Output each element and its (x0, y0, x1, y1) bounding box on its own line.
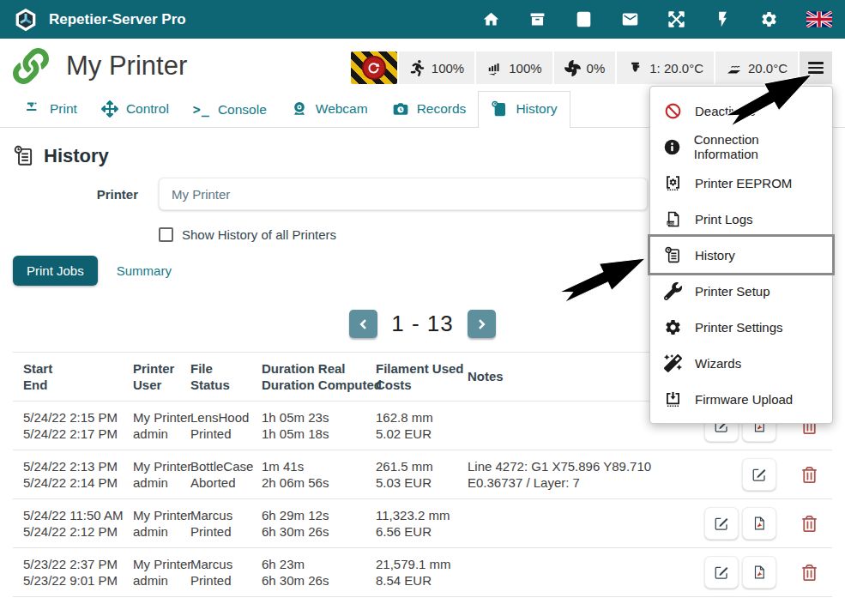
navbar-icons (482, 10, 832, 28)
menu-item-wizards[interactable]: Wizards (650, 345, 832, 381)
magic-wand-icon (664, 354, 682, 372)
bolt-icon[interactable] (714, 10, 732, 28)
info-icon (663, 138, 681, 156)
brand[interactable]: Repetier-Server Pro (13, 7, 186, 33)
edit-note-button[interactable] (704, 556, 739, 589)
flow-value: 100% (509, 61, 541, 75)
edit-icon (714, 565, 729, 580)
gear-icon[interactable] (760, 10, 778, 28)
ban-icon (664, 102, 682, 120)
fan-status[interactable]: 0% (552, 51, 616, 84)
repetier-server-app: Repetier-Server Pro My Printer (0, 0, 845, 616)
tab-history-label: History (516, 101, 557, 117)
pdf-report-button[interactable] (742, 507, 776, 540)
tab-console[interactable]: >_ Console (181, 94, 279, 127)
archive-box-icon[interactable] (528, 10, 546, 28)
extruder-status[interactable]: 1: 20.0°C (615, 51, 714, 84)
edit-icon (751, 467, 767, 482)
uk-flag-icon[interactable] (806, 11, 832, 27)
brand-name: Repetier-Server Pro (49, 11, 186, 28)
printer-select-label: Printer (13, 187, 159, 202)
show-all-printers-checkbox[interactable] (159, 227, 173, 242)
svg-text:LOG: LOG (667, 221, 674, 225)
trash-icon (802, 565, 817, 581)
extruder-icon (627, 60, 643, 76)
history-heading-label: History (44, 145, 109, 167)
tab-webcam[interactable]: Webcam (279, 92, 380, 127)
tab-print[interactable]: Print (13, 92, 89, 127)
delete-entry-button[interactable] (802, 565, 817, 581)
emergency-stop-button[interactable] (351, 51, 397, 84)
bed-value: 20.0°C (748, 61, 788, 75)
delete-entry-button[interactable] (802, 516, 817, 532)
printer-select[interactable]: My Printer (159, 178, 648, 210)
top-navbar: Repetier-Server Pro (0, 0, 845, 39)
console-icon: >_ (193, 102, 210, 118)
log-file-icon: LOG (664, 210, 682, 228)
control-arrows-icon (101, 100, 118, 118)
show-all-printers-label: Show History of all Printers (182, 227, 336, 242)
heated-bed-icon (726, 60, 742, 76)
previous-page-button[interactable] (349, 310, 377, 338)
expand-arrows-icon[interactable] (667, 10, 685, 28)
summary-tab[interactable]: Summary (117, 263, 172, 278)
edit-icon (714, 516, 729, 531)
tablet-icon[interactable] (575, 10, 593, 28)
bed-status[interactable]: 20.0°C (714, 51, 798, 84)
tab-control-label: Control (126, 101, 169, 117)
menu-item-deactivate[interactable]: Deactivate (650, 93, 832, 129)
tab-print-label: Print (50, 101, 77, 117)
table-row: 5/24/22 11:50 AM5/24/22 2:12 PM My Print… (13, 499, 832, 548)
tab-records-label: Records (417, 101, 467, 117)
menu-item-printer-setup[interactable]: Printer Setup (650, 273, 832, 309)
menu-item-history[interactable]: History (650, 237, 832, 273)
tab-history[interactable]: History (478, 91, 570, 128)
menu-item-printer-settings[interactable]: Printer Settings (650, 309, 832, 345)
menu-item-connection-information[interactable]: Connection Information (650, 129, 832, 165)
status-segments: 100% 100% 0% 1: 20.0°C 20.0°C (397, 51, 798, 84)
tab-console-label: Console (218, 102, 267, 118)
speed-value: 100% (432, 61, 464, 75)
gear-icon (664, 318, 682, 336)
speed-runner-icon (409, 60, 426, 76)
speed-status[interactable]: 100% (397, 51, 474, 84)
flow-status[interactable]: 100% (474, 51, 552, 84)
delete-entry-button[interactable] (802, 467, 817, 483)
edit-note-button[interactable] (742, 458, 776, 491)
printer-context-menu: Deactivate Connection Information Printe… (649, 86, 833, 424)
next-page-button[interactable] (468, 310, 496, 338)
fan-icon (564, 60, 581, 76)
wrench-icon (664, 282, 682, 300)
printer-status-toolbar: 100% 100% 0% 1: 20.0°C 20.0°C (351, 51, 832, 84)
print-jobs-button[interactable]: Print Jobs (13, 256, 98, 286)
pdf-report-button[interactable] (742, 556, 776, 589)
menu-item-printer-eeprom[interactable]: Printer EEPROM (650, 165, 832, 201)
webcam-icon (291, 100, 308, 118)
table-row: 5/24/22 2:13 PM5/24/22 2:14 PM My Printe… (13, 450, 832, 499)
page-title: My Printer (66, 51, 187, 82)
repetier-logo-icon (13, 7, 39, 33)
flow-bars-icon (486, 60, 503, 76)
fan-value: 0% (587, 61, 606, 75)
pdf-file-icon (751, 565, 767, 580)
home-icon[interactable] (482, 10, 500, 28)
connected-link-icon (13, 48, 49, 84)
mail-icon[interactable] (621, 10, 639, 28)
print-icon (25, 100, 42, 118)
menu-item-print-logs[interactable]: LOG Print Logs (650, 201, 832, 237)
tab-records[interactable]: Records (380, 92, 479, 127)
pdf-file-icon (751, 516, 767, 531)
eeprom-chip-icon (664, 174, 682, 192)
history-clipboard-icon (491, 100, 508, 118)
tab-control[interactable]: Control (89, 92, 181, 127)
menu-item-firmware-upload[interactable]: Firmware Upload (650, 381, 832, 417)
table-row: 5/23/22 2:37 PM5/23/22 9:01 PM My Printe… (13, 548, 832, 597)
trash-icon (802, 516, 817, 532)
chevron-left-icon (357, 317, 371, 331)
printer-menu-button[interactable] (798, 51, 832, 84)
history-clipboard-icon (664, 246, 682, 264)
edit-note-button[interactable] (704, 507, 739, 540)
firmware-chip-icon (664, 390, 682, 408)
emergency-stop-icon (362, 56, 386, 80)
trash-icon (802, 467, 817, 483)
